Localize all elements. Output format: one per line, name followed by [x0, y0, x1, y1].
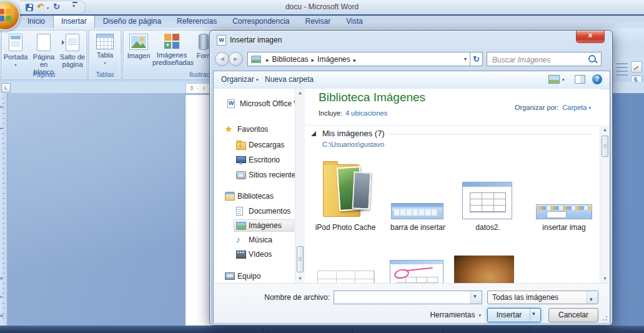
music-icon [236, 236, 245, 244]
undo-icon[interactable]: ↶ [37, 2, 44, 11]
portada-button[interactable]: Portada ▾ [2, 34, 29, 69]
sidebar-item-favoritos[interactable]: Favoritos [214, 123, 295, 136]
scroll-down-icon[interactable]: ▼ [601, 275, 609, 282]
breadcrumb-item-bibliotecas[interactable]: Bibliotecas [272, 55, 309, 64]
folder-thumbnail [320, 159, 370, 219]
nav-scrollbar[interactable]: ▲ ▼ [295, 89, 305, 283]
insert-button[interactable]: Insertar [487, 308, 541, 322]
videos-icon [236, 251, 246, 259]
filetype-value: Todas las imágenes [492, 293, 558, 302]
save-icon[interactable] [26, 4, 33, 11]
search-input[interactable] [491, 54, 587, 66]
ruler-number: 6 [0, 277, 4, 279]
scroll-up-icon[interactable]: ▲ [601, 126, 609, 134]
scroll-down-icon[interactable]: ▼ [296, 275, 304, 282]
tab-diseno-de-pagina[interactable]: Diseño de página [96, 15, 169, 28]
breadcrumb[interactable]: Bibliotecas Imágenes ▾ [247, 52, 470, 66]
sidebar-item-musica[interactable]: Música [214, 234, 295, 246]
dialog-title: Insertar imagen [230, 36, 282, 44]
cancel-button[interactable]: Cancelar [548, 308, 598, 322]
imagen-button[interactable]: Imagen [125, 34, 152, 59]
documents-icon [236, 207, 243, 216]
group-label: Tablas [89, 71, 121, 78]
pagina-en-blanco-button[interactable]: Página en blanco [29, 34, 58, 76]
file-item[interactable]: insertar imag [530, 154, 598, 243]
image-thumbnail [536, 204, 592, 219]
close-button[interactable]: × [576, 31, 605, 43]
ruler-number: 7 [0, 296, 4, 298]
group-ilustraciones: Imagen Imágenes prediseñadas Forn Ilustr… [123, 30, 218, 79]
file-item[interactable]: datos2. [455, 154, 521, 243]
insert-split-dropdown-icon[interactable] [530, 309, 540, 322]
file-name: iPod Photo Cache [311, 223, 380, 232]
combo-dropdown-icon[interactable] [470, 291, 482, 304]
breadcrumb-separator-icon [312, 55, 315, 64]
tab-correspondencia[interactable]: Correspondencia [225, 15, 297, 28]
tab-insertar[interactable]: Insertar [53, 14, 95, 28]
arrange-by-dropdown[interactable]: Carpeta [562, 104, 587, 111]
image-thumbnail [391, 203, 443, 219]
file-thumbnail-partial[interactable] [454, 256, 514, 283]
sidebar-item-office[interactable]: Microsoft Office W [214, 97, 295, 110]
scrollbar-thumb[interactable] [602, 136, 608, 157]
redo-icon[interactable]: ↻ [53, 2, 60, 11]
scroll-up-icon[interactable]: ▲ [296, 89, 304, 97]
group-tablas: Tabla ▾ Tablas [89, 30, 121, 79]
locations-link[interactable]: 4 ubicaciones [345, 109, 387, 117]
refresh-icon[interactable]: ↻ [470, 52, 483, 66]
undo-dropdown-icon[interactable]: ▾ [47, 6, 49, 10]
sidebar-item-label: Escritorio [249, 156, 280, 164]
preview-pane-icon[interactable] [575, 75, 585, 84]
salto-de-pagina-button[interactable]: Salto de página [58, 34, 87, 68]
tools-menu[interactable]: Herramientas▾ [421, 311, 481, 319]
quick-access-toolbar: ↶ ▾ ↻ ▾ [20, 1, 86, 14]
tab-vista[interactable]: Vista [339, 15, 370, 28]
help-icon[interactable]: ? [592, 74, 602, 84]
tab-revisar[interactable]: Revisar [298, 15, 339, 28]
ruler-number: 1 [0, 127, 4, 129]
sidebar-item-bibliotecas[interactable]: Bibliotecas [214, 190, 295, 202]
file-name: barra de insertar [385, 223, 451, 232]
tab-inicio[interactable]: Inicio [20, 15, 52, 28]
sidebar-item-videos[interactable]: Vídeos [214, 248, 295, 261]
organize-menu[interactable]: Organizar ▾ [221, 75, 259, 84]
filename-input[interactable] [337, 292, 462, 304]
signature-line-icon[interactable] [631, 61, 642, 72]
breadcrumb-dropdown-icon[interactable]: ▾ [464, 56, 467, 62]
sidebar-item-equipo[interactable]: Equipo [214, 270, 295, 282]
views-dropdown-icon[interactable]: ▾ [562, 77, 565, 82]
search-icon[interactable] [588, 55, 596, 62]
sidebar-item-descargas[interactable]: Descargas [214, 139, 295, 151]
sidebar-item-escritorio[interactable]: Escritorio [214, 154, 295, 166]
list-scrollbar[interactable]: ▲ ▼ [600, 126, 610, 283]
file-thumbnail-partial[interactable] [390, 260, 443, 283]
forward-button[interactable]: ▶ [229, 52, 243, 66]
tab-selector[interactable]: L [1, 83, 11, 92]
office-logo-square [6, 16, 11, 21]
scrollbar-thumb[interactable] [297, 246, 304, 272]
file-thumbnail-partial[interactable] [317, 271, 375, 283]
sidebar-item-label: Documentos [249, 207, 290, 216]
tabla-button[interactable]: Tabla ▾ [89, 34, 121, 67]
file-item[interactable]: barra de insertar [385, 154, 451, 243]
group-expand-icon[interactable] [311, 131, 316, 136]
sidebar-item-imagenes[interactable]: Imágenes [214, 219, 295, 232]
combo-dropdown-icon[interactable] [587, 291, 598, 304]
pictures-icon [236, 222, 246, 230]
breadcrumb-item-imagenes[interactable]: Imágenes [317, 55, 350, 64]
chevron-down-icon: ▾ [89, 59, 121, 67]
sidebar-item-sitios-recientes[interactable]: Sitios recientes [214, 169, 295, 181]
qat-customize-icon[interactable]: ▾ [72, 3, 75, 9]
group-title[interactable]: Mis imágenes (7) [322, 129, 385, 138]
back-button[interactable]: ◀ [215, 52, 229, 66]
sidebar-item-documentos[interactable]: Documentos [214, 205, 295, 217]
filetype-dropdown[interactable]: Todas las imágenes [487, 291, 598, 304]
tab-referencias[interactable]: Referencias [169, 15, 224, 28]
chevron-down-icon: ▾ [2, 61, 29, 69]
resize-grip-icon[interactable] [601, 314, 608, 321]
file-item-folder[interactable]: iPod Photo Cache [311, 154, 380, 243]
imagenes-predisenadas-button[interactable]: Imágenes prediseñadas [152, 34, 191, 66]
new-folder-button[interactable]: Nueva carpeta [265, 75, 314, 84]
file-list[interactable]: Mis imágenes (7) C:\Usuarios\gustavo iPo… [305, 126, 600, 283]
views-icon[interactable] [548, 75, 560, 84]
